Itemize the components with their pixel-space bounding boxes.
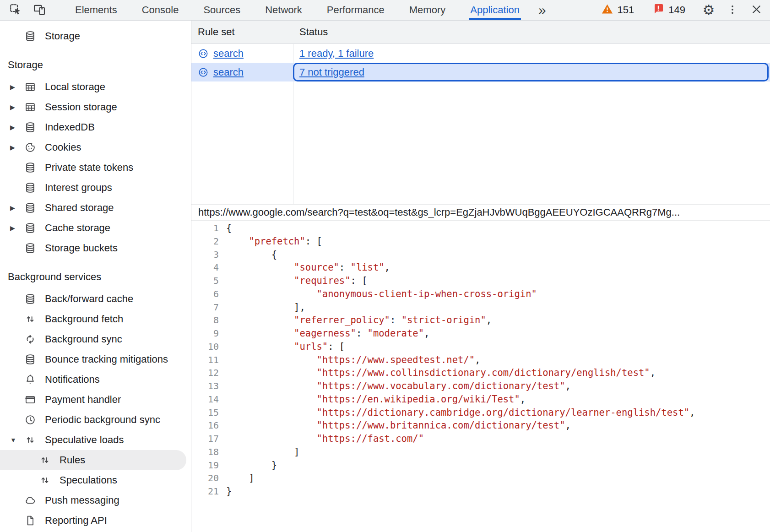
updown-icon	[38, 454, 51, 466]
cloud-icon	[24, 494, 37, 506]
json-string-token: "strict-origin"	[401, 315, 486, 326]
tab-sources[interactable]: Sources	[191, 0, 253, 20]
sidebar-item-shared-storage[interactable]: ▶Shared storage	[0, 198, 186, 218]
sidebar-item-reporting-api[interactable]: Reporting API	[0, 510, 186, 531]
code-line: 20 ]	[191, 472, 770, 485]
sidebar-item-local-storage[interactable]: ▶Local storage	[0, 77, 186, 97]
json-punctuation-token: : [	[305, 236, 322, 247]
sidebar-item-periodic-background-sync[interactable]: Periodic background sync	[0, 410, 186, 430]
tab-elements[interactable]: Elements	[63, 0, 130, 20]
rule-set-cell: search	[191, 63, 293, 81]
status-link[interactable]: 1 ready, 1 failure	[299, 48, 374, 60]
sidebar-item-cookies[interactable]: ▶Cookies	[0, 137, 186, 157]
sidebar-item-background-fetch[interactable]: Background fetch	[0, 309, 186, 329]
line-number: 10	[191, 340, 224, 353]
toggle-device-toolbar-button[interactable]	[27, 0, 51, 20]
tab-performance[interactable]: Performance	[315, 0, 397, 20]
warning-icon	[601, 3, 613, 18]
settings-button[interactable]: ⚙	[697, 0, 721, 20]
json-punctuation-token: {	[226, 223, 232, 233]
json-punctuation-token: ,	[385, 262, 390, 273]
column-header-rule-set: Rule set	[191, 26, 293, 38]
file-icon	[24, 515, 37, 527]
sidebar-item-private-state-tokens[interactable]: Private state tokens	[0, 157, 186, 178]
triangle-right-icon[interactable]: ▶	[0, 144, 24, 151]
rule-set-row[interactable]: search1 ready, 1 failure	[191, 44, 770, 63]
sidebar-item-label: Periodic background sync	[45, 414, 160, 426]
sidebar-item-rules[interactable]: Rules	[0, 450, 186, 470]
sidebar-item-storage[interactable]: Storage	[0, 26, 186, 46]
rule-set-link[interactable]: search	[213, 48, 244, 60]
customize-devtools-button[interactable]	[721, 0, 744, 20]
json-string-token: "prefetch"	[249, 236, 305, 247]
json-punctuation-token: ]	[226, 446, 299, 457]
line-number: 21	[191, 485, 224, 498]
triangle-right-icon[interactable]: ▶	[0, 104, 24, 110]
json-string-token: "https://fast.com/"	[316, 433, 424, 444]
triangle-right-icon[interactable]: ▶	[0, 124, 24, 130]
code-text: "https://en.wikipedia.org/wiki/Test",	[224, 393, 526, 406]
line-number: 5	[191, 274, 224, 288]
json-string-token: "moderate"	[368, 328, 424, 339]
warning-count: 151	[618, 4, 634, 16]
status-link[interactable]: 7 not triggered	[299, 66, 364, 78]
code-text: {	[224, 222, 232, 235]
sidebar-item-label: Storage buckets	[45, 242, 118, 254]
code-text: "https://fast.com/"	[224, 432, 424, 445]
sidebar-item-push-messaging[interactable]: Push messaging	[0, 490, 186, 510]
sidebar-item-label: IndexedDB	[45, 121, 95, 133]
code-text: "urls": [	[224, 340, 345, 353]
more-tabs-button[interactable]: »	[534, 0, 551, 20]
line-number: 8	[191, 314, 224, 327]
warnings-counter[interactable]: 151	[598, 2, 637, 18]
bell-icon	[24, 374, 37, 385]
tab-network[interactable]: Network	[253, 0, 315, 20]
sidebar-item-interest-groups[interactable]: Interest groups	[0, 178, 186, 198]
sidebar-item-session-storage[interactable]: ▶Session storage	[0, 97, 186, 117]
sidebar-item-label: Speculative loads	[45, 434, 124, 446]
code-line: 2 "prefetch": [	[191, 235, 770, 248]
inspect-element-button[interactable]	[4, 0, 27, 20]
tab-console[interactable]: Console	[130, 0, 191, 20]
triangle-right-icon[interactable]: ▶	[0, 205, 24, 211]
clock-icon	[24, 414, 37, 426]
sidebar-item-label: Cookies	[45, 141, 81, 153]
tab-memory[interactable]: Memory	[397, 0, 458, 20]
rule-set-row[interactable]: search7 not triggered	[191, 63, 770, 81]
database-icon	[24, 293, 37, 305]
toolbar-right: 151 149 ⚙	[592, 0, 770, 20]
errors-counter[interactable]: 149	[650, 2, 688, 18]
triangle-down-icon[interactable]: ▼	[0, 437, 24, 443]
sidebar-item-cache-storage[interactable]: ▶Cache storage	[0, 218, 186, 238]
panel-tabs: ElementsConsoleSourcesNetworkPerformance…	[63, 0, 532, 20]
line-number: 20	[191, 472, 224, 485]
updown-icon	[24, 434, 37, 446]
tab-application[interactable]: Application	[458, 0, 532, 20]
json-string-token: "https://www.vocabulary.com/dictionary/t…	[316, 380, 565, 391]
sidebar-item-speculations[interactable]: Speculations	[0, 470, 186, 490]
code-line: 1{	[191, 222, 770, 235]
close-icon	[750, 3, 763, 17]
code-text: ],	[224, 301, 305, 314]
rule-set-json-viewer[interactable]: 1{2 "prefetch": [3 {4 "source": "list",5…	[191, 221, 770, 532]
json-punctuation-token	[226, 420, 316, 431]
sidebar-item-notifications[interactable]: Notifications	[0, 369, 186, 390]
triangle-right-icon[interactable]: ▶	[0, 84, 24, 90]
triangle-right-icon[interactable]: ▶	[0, 225, 24, 231]
code-line: 12 "https://www.collinsdictionary.com/di…	[191, 366, 770, 380]
status-cell: 1 ready, 1 failure	[293, 44, 770, 63]
sidebar-item-background-sync[interactable]: Background sync	[0, 329, 186, 349]
rule-set-link[interactable]: search	[213, 66, 244, 78]
sidebar-item-label: Session storage	[45, 101, 117, 113]
sidebar-item-storage-buckets[interactable]: Storage buckets	[0, 238, 186, 258]
sidebar-item-label: Interest groups	[45, 182, 112, 194]
close-devtools-button[interactable]	[744, 0, 768, 20]
json-punctuation-token	[226, 328, 294, 339]
sidebar-item-bounce-tracking-mitigations[interactable]: Bounce tracking mitigations	[0, 349, 186, 369]
json-punctuation-token: :	[339, 262, 351, 273]
code-text: "https://www.vocabulary.com/dictionary/t…	[224, 380, 571, 393]
sidebar-item-back-forward-cache[interactable]: Back/forward cache	[0, 289, 186, 309]
sidebar-item-payment-handler[interactable]: Payment handler	[0, 390, 186, 410]
sidebar-item-indexeddb[interactable]: ▶IndexedDB	[0, 117, 186, 137]
sidebar-item-speculative-loads[interactable]: ▼Speculative loads	[0, 430, 186, 450]
